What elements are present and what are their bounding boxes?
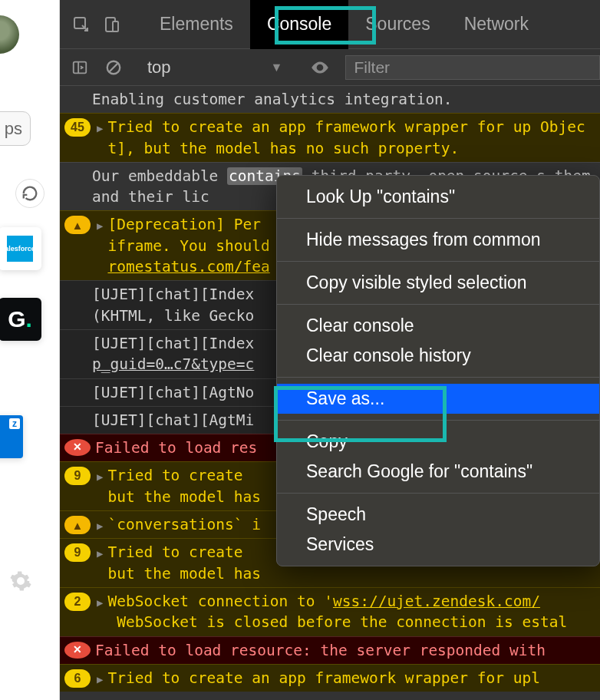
menu-clear-console[interactable]: Clear console xyxy=(277,311,599,341)
tab-elements[interactable]: Elements xyxy=(143,0,250,49)
menu-separator xyxy=(277,420,599,421)
console-message[interactable]: 2 ▶ WebSocket connection to 'wss://ujet.… xyxy=(60,587,600,636)
expand-icon[interactable]: ▶ xyxy=(97,470,103,485)
console-toolbar: top ▼ Filter xyxy=(60,49,600,86)
expand-icon[interactable]: ▶ xyxy=(97,596,103,611)
count-badge: 9 xyxy=(64,467,91,485)
menu-copy[interactable]: Copy xyxy=(277,427,599,457)
menu-separator xyxy=(277,304,599,305)
context-menu: Look Up "contains" Hide messages from co… xyxy=(276,175,600,566)
warning-icon: ▲ xyxy=(64,216,91,234)
svg-rect-3 xyxy=(74,61,87,73)
tab-console[interactable]: Console xyxy=(250,0,348,49)
salesforce-card[interactable]: alesforce xyxy=(0,227,41,270)
console-message[interactable]: ✕ Failed to load resource: the server re… xyxy=(60,636,600,664)
count-badge: 6 xyxy=(64,669,91,688)
inspect-icon[interactable] xyxy=(66,9,97,40)
browser-sidebar: ps alesforce G. z xyxy=(0,0,60,700)
svg-point-5 xyxy=(318,65,321,68)
error-icon: ✕ xyxy=(64,642,91,659)
zendesk-card[interactable]: z xyxy=(0,415,23,458)
menu-copy-visible[interactable]: Copy visible styled selection xyxy=(277,268,599,298)
g-card[interactable]: G. xyxy=(0,298,41,341)
refresh-button[interactable] xyxy=(15,179,45,208)
filter-input[interactable]: Filter xyxy=(345,55,600,80)
avatar[interactable] xyxy=(0,15,19,54)
devtools-tabbar: Elements Console Sources Network xyxy=(60,0,600,49)
count-badge: 45 xyxy=(64,118,91,137)
menu-save-as[interactable]: Save as... xyxy=(277,384,599,414)
gear-icon[interactable] xyxy=(6,566,35,596)
menu-separator xyxy=(277,218,599,219)
tab-sources[interactable]: Sources xyxy=(348,0,447,49)
expand-icon[interactable]: ▶ xyxy=(97,219,103,234)
expand-icon[interactable]: ▶ xyxy=(97,121,103,137)
expand-icon[interactable]: ▶ xyxy=(97,519,103,534)
menu-hide-messages[interactable]: Hide messages from common xyxy=(277,225,599,255)
expand-icon[interactable]: ▶ xyxy=(97,546,103,562)
sidebar-toggle-icon[interactable] xyxy=(66,54,94,81)
menu-separator xyxy=(277,261,599,262)
count-badge: 9 xyxy=(64,543,91,562)
clear-console-icon[interactable] xyxy=(100,54,127,81)
console-message[interactable]: 6 ▶ Tried to create an app framework wra… xyxy=(60,664,600,692)
menu-separator xyxy=(277,493,599,494)
context-selector[interactable]: top ▼ xyxy=(134,58,296,78)
menu-separator xyxy=(277,377,599,378)
device-icon[interactable] xyxy=(97,9,127,40)
error-icon: ✕ xyxy=(64,439,91,456)
menu-search-google[interactable]: Search Google for "contains" xyxy=(277,457,599,487)
menu-clear-history[interactable]: Clear console history xyxy=(277,341,599,371)
live-expression-icon[interactable] xyxy=(310,58,330,78)
console-message[interactable]: Enabling customer analytics integration. xyxy=(60,86,600,113)
menu-services[interactable]: Services xyxy=(277,530,599,560)
warning-icon: ▲ xyxy=(64,516,91,534)
chevron-down-icon: ▼ xyxy=(271,61,283,74)
expand-icon[interactable]: ▶ xyxy=(97,672,103,688)
menu-lookup[interactable]: Look Up "contains" xyxy=(277,182,599,212)
count-badge: 2 xyxy=(64,593,91,611)
tab-network[interactable]: Network xyxy=(447,0,546,49)
svg-rect-2 xyxy=(113,21,118,31)
console-message[interactable]: 45 ▶ Tried to create an app framework wr… xyxy=(60,113,600,162)
menu-speech[interactable]: Speech xyxy=(277,500,599,530)
ps-tab[interactable]: ps xyxy=(0,111,31,146)
